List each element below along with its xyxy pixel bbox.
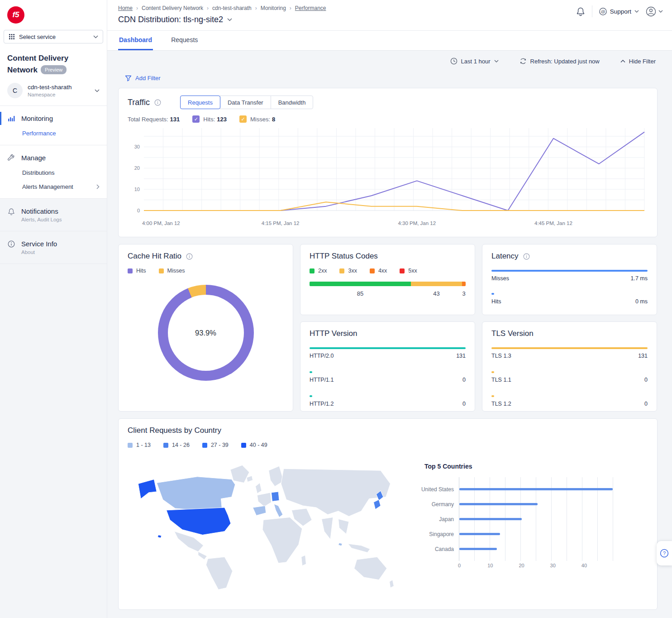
info-icon[interactable]	[186, 253, 193, 260]
breadcrumb-performance[interactable]: Performance	[295, 5, 326, 11]
top5-label-germany: Germany	[413, 497, 459, 512]
bucket-3-swatch	[202, 443, 207, 448]
select-service-dropdown[interactable]: Select service	[4, 30, 103, 43]
cache-ratio-value: 93.9%	[158, 285, 254, 381]
user-avatar-icon	[646, 6, 656, 17]
sidebar-item-monitoring[interactable]: Monitoring	[0, 110, 107, 126]
grid-icon	[9, 34, 15, 40]
status-segment-2xx	[310, 282, 411, 286]
country-canada	[157, 477, 235, 510]
hits-checkbox[interactable]: ✓	[192, 115, 200, 123]
meter-label: TLS 1.2	[491, 401, 511, 407]
legend-bucket-1: 1 - 13	[128, 442, 151, 448]
refresh-icon	[519, 57, 527, 65]
breadcrumb-monitoring[interactable]: Monitoring	[261, 5, 286, 11]
legend-4xx: 4xx	[370, 268, 387, 274]
http-version-title: HTTP Version	[310, 329, 357, 338]
hits-toggle[interactable]: ✓ Hits:123	[192, 115, 227, 123]
traffic-tab-data-transfer[interactable]: Data Transfer	[220, 96, 271, 109]
account-menu[interactable]	[646, 6, 663, 17]
tab-requests[interactable]: Requests	[170, 31, 199, 50]
page-title: CDN Distribution: tls-ng-site2	[118, 15, 223, 24]
top5-bar	[459, 488, 613, 490]
breadcrumb-cdn[interactable]: Content Delivery Network	[142, 5, 203, 11]
2xx-swatch	[310, 268, 315, 273]
svg-text:4:00 PM, Jan 12: 4:00 PM, Jan 12	[142, 220, 180, 226]
info-icon[interactable]	[154, 99, 161, 106]
info-circle-icon	[7, 240, 15, 248]
meter-value: 0	[462, 401, 466, 407]
legend-hits: Hits	[128, 268, 146, 274]
country-singapore	[338, 543, 343, 546]
time-range-picker[interactable]: Last 1 hour	[450, 57, 499, 65]
clock-icon	[450, 57, 458, 65]
top5-label-canada: Canada	[413, 541, 459, 556]
legend-5xx: 5xx	[400, 268, 417, 274]
tls-version-card: TLS Version TLS 1.3131TLS 1.10TLS 1.20	[482, 321, 657, 412]
meter-row-HTTP/1.1: HTTP/1.10	[310, 371, 466, 383]
country-usa	[167, 508, 231, 535]
refresh-button[interactable]: Refresh: Updated just now	[519, 57, 600, 65]
meter-value: 0	[644, 401, 648, 407]
country-india	[322, 517, 333, 539]
traffic-tab-bandwidth[interactable]: Bandwidth	[271, 96, 314, 109]
sidebar-item-notifications[interactable]: Notifications Alerts, Audit Logs	[0, 203, 107, 226]
breadcrumb-separator: ›	[136, 5, 138, 11]
sidebar-item-manage[interactable]: Manage	[0, 150, 107, 166]
misses-checkbox[interactable]: ✓	[239, 115, 247, 123]
sidebar-item-label: Monitoring	[21, 115, 53, 122]
legend-2xx: 2xx	[310, 268, 327, 274]
hide-filter-button[interactable]: Hide Filter	[620, 58, 656, 65]
tab-dashboard[interactable]: Dashboard	[118, 31, 153, 50]
traffic-title: Traffic	[128, 98, 150, 107]
legend-bucket-3: 27 - 39	[202, 442, 229, 448]
latency-title: Latency	[491, 252, 519, 261]
sidebar-item-performance[interactable]: Performance	[0, 126, 107, 140]
support-menu[interactable]: @ Support	[599, 8, 639, 15]
world-map	[128, 450, 413, 602]
meter-value: 1.7 ms	[630, 275, 648, 282]
breadcrumb-separator: ›	[255, 5, 257, 11]
namespace-selector[interactable]: C cdn-test-sharath Namespace	[0, 82, 107, 106]
traffic-card: Traffic Requests Data Transfer Bandwidth…	[118, 88, 658, 237]
chevron-down-icon	[658, 10, 663, 13]
breadcrumb-namespace[interactable]: cdn-test-sharath	[212, 5, 252, 11]
breadcrumb-separator: ›	[207, 5, 209, 11]
sidebar-item-distributions[interactable]: Distributions	[0, 166, 107, 180]
svg-text:?: ?	[663, 551, 666, 556]
top5-label-singapore: Singapore	[413, 527, 459, 541]
meter-bar	[310, 347, 466, 349]
add-filter-button[interactable]: Add Filter	[125, 75, 161, 81]
meter-value: 0	[644, 377, 648, 383]
http-status-codes-card: HTTP Status Codes 2xx 3xx 4xx 5xx 85433	[300, 244, 475, 315]
top5-axis-ticks: 010203040	[459, 563, 615, 571]
choropleth-map	[128, 456, 399, 593]
status-codes-values: 85433	[310, 290, 466, 297]
breadcrumb-home[interactable]: Home	[118, 5, 133, 11]
top5-plot-area	[459, 477, 615, 561]
sidebar-item-alerts-management[interactable]: Alerts Management	[0, 180, 107, 194]
info-icon[interactable]	[523, 253, 530, 260]
help-button[interactable]: ?	[657, 541, 672, 565]
country-southeast-asia	[338, 519, 349, 534]
meter-label: HTTP/1.1	[310, 377, 334, 383]
bell-icon[interactable]	[576, 7, 585, 16]
f5-logo[interactable]: f5	[7, 6, 24, 24]
client-requests-by-country-card: Client Requests by Country 1 - 13 14 - 2…	[118, 418, 658, 610]
sidebar-item-subtitle: About	[21, 249, 57, 255]
chevron-down-icon[interactable]	[227, 18, 232, 21]
misses-toggle[interactable]: ✓ Misses:8	[239, 115, 275, 123]
svg-text:30: 30	[134, 144, 140, 149]
status-value-4xx: 3	[462, 290, 466, 297]
sidebar-item-service-info[interactable]: Service Info About	[0, 236, 107, 259]
traffic-metric-tabs: Requests Data Transfer Bandwidth	[180, 96, 313, 109]
chevron-down-icon	[95, 89, 100, 92]
time-range-label: Last 1 hour	[461, 58, 491, 65]
select-service-label: Select service	[19, 34, 56, 40]
traffic-tab-requests[interactable]: Requests	[180, 96, 220, 109]
traffic-stats: Total Requests:131 ✓ Hits:123 ✓ Misses:8	[128, 115, 648, 123]
top5-bar	[459, 533, 500, 535]
country-south-america	[206, 557, 232, 589]
top5-category-labels: United StatesGermanyJapanSingaporeCanada	[413, 477, 459, 561]
cache-donut-chart: 93.9%	[158, 285, 254, 381]
